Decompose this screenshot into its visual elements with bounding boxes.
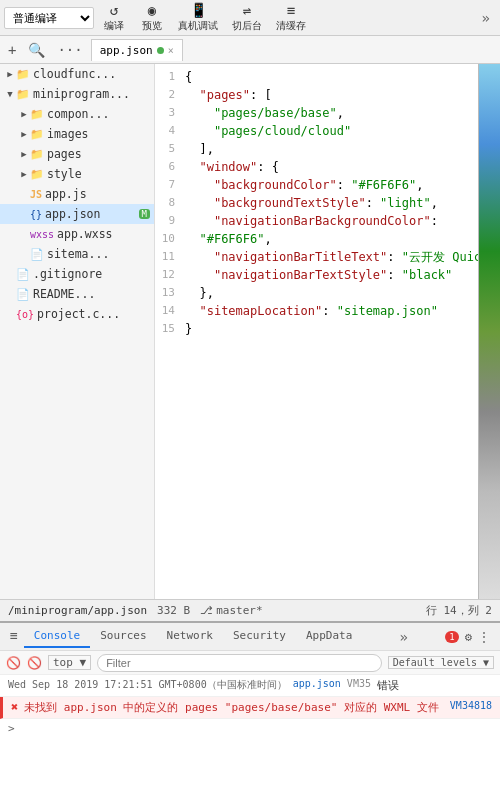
- line-number: 11: [155, 248, 183, 266]
- stop-icon[interactable]: 🚫: [6, 656, 21, 670]
- tree-item-miniprogram[interactable]: ▼📁miniprogram...: [0, 84, 154, 104]
- message-src-ref[interactable]: VM35: [347, 678, 371, 693]
- code-line: 8 "backgroundTextStyle": "light",: [155, 194, 478, 212]
- close-tab-button[interactable]: ×: [168, 45, 174, 56]
- code-line: 14 "sitemapLocation": "sitemap.json": [155, 302, 478, 320]
- line-content: "navigationBarTitleText": "云开发 QuickStar…: [183, 248, 478, 266]
- compile-icon: ↺: [110, 2, 118, 18]
- compile-mode-select[interactable]: 普通编译: [4, 7, 94, 29]
- tree-item-label: images: [47, 127, 154, 141]
- tree-item-gitignore[interactable]: 📄.gitignore: [0, 264, 154, 284]
- tree-item-style[interactable]: ▶📁style: [0, 164, 154, 184]
- editor-tabs-bar: + 🔍 ··· app.json ×: [0, 36, 500, 64]
- devtools-more-button[interactable]: »: [394, 629, 414, 645]
- console-toolbar: 🚫 🚫 top ▼ Default levels ▼: [0, 651, 500, 675]
- tree-item-cloudfunc[interactable]: ▶📁cloudfunc...: [0, 64, 154, 84]
- tree-item-appjson[interactable]: {}app.jsonM: [0, 204, 154, 224]
- compile-label: 编译: [104, 19, 124, 33]
- console-filter-input[interactable]: [97, 654, 382, 672]
- message-text: 错误: [377, 678, 492, 693]
- devtools-tab-trigger-icon[interactable]: ≡: [4, 624, 24, 649]
- code-line: 10 "#F6F6F6",: [155, 230, 478, 248]
- clear-cache-label: 清缓存: [276, 19, 306, 33]
- message-timestamp: Wed Sep 18 2019 17:21:51 GMT+0800（中国标准时间…: [8, 678, 287, 693]
- error-count-badge: 1: [445, 631, 458, 643]
- line-number: 9: [155, 212, 183, 230]
- line-content: "pages/cloud/cloud": [183, 122, 478, 140]
- clear-console-button[interactable]: 🚫: [27, 656, 42, 670]
- preview-button[interactable]: ◉ 预览: [134, 0, 170, 35]
- file-tab-name: app.json: [100, 44, 153, 57]
- file-type-icon: 📁: [30, 128, 44, 141]
- tab-console[interactable]: Console: [24, 625, 90, 648]
- tab-appdata[interactable]: AppData: [296, 625, 362, 648]
- expand-arrow: ▶: [18, 149, 30, 159]
- file-tree: ▶📁cloudfunc...▼📁miniprogram...▶📁compon..…: [0, 64, 155, 599]
- expand-arrow: ▶: [18, 129, 30, 139]
- file-type-icon: 📄: [16, 268, 30, 281]
- tree-item-readme[interactable]: 📄README...: [0, 284, 154, 304]
- devtools-tabs-bar: ≡ Console Sources Network Security AppDa…: [0, 623, 500, 651]
- file-path: /miniprogram/app.json: [8, 604, 147, 617]
- tree-item-pages[interactable]: ▶📁pages: [0, 144, 154, 164]
- code-line: 2 "pages": [: [155, 86, 478, 104]
- top-selector[interactable]: top ▼: [48, 655, 91, 670]
- file-type-icon: 📁: [16, 88, 30, 101]
- message-source[interactable]: app.json: [293, 678, 341, 693]
- main-area: ▶📁cloudfunc...▼📁miniprogram...▶📁compon..…: [0, 64, 500, 599]
- file-tab-appjson[interactable]: app.json ×: [91, 39, 183, 61]
- real-debug-label: 真机调试: [178, 19, 218, 33]
- tree-item-images[interactable]: ▶📁images: [0, 124, 154, 144]
- right-panel: [478, 64, 500, 599]
- tab-sources[interactable]: Sources: [90, 625, 156, 648]
- code-line: 9 "navigationBarBackgroundColor":: [155, 212, 478, 230]
- line-content: "backgroundTextStyle": "light",: [183, 194, 478, 212]
- tree-item-label: README...: [33, 287, 154, 301]
- tree-item-sitema[interactable]: 📄sitema...: [0, 244, 154, 264]
- tree-item-appwxss[interactable]: wxssapp.wxss: [0, 224, 154, 244]
- compile-button[interactable]: ↺ 编译: [96, 0, 132, 35]
- real-debug-icon: 📱: [190, 2, 207, 18]
- error-icon: ✖: [11, 700, 18, 715]
- file-type-icon: JS: [30, 188, 42, 201]
- line-number: 14: [155, 302, 183, 320]
- devtools-action-icons: ⚙ ⋮: [459, 630, 496, 644]
- background-button[interactable]: ⇌ 切后台: [226, 0, 268, 35]
- code-line: 13 },: [155, 284, 478, 302]
- tree-item-projectc[interactable]: {o}project.c...: [0, 304, 154, 324]
- tree-item-appjs[interactable]: JSapp.js: [0, 184, 154, 204]
- tab-security[interactable]: Security: [223, 625, 296, 648]
- more-vert-icon[interactable]: ⋮: [478, 630, 490, 644]
- tree-item-label: app.js: [45, 187, 154, 201]
- tab-network[interactable]: Network: [157, 625, 223, 648]
- code-line: 5 ],: [155, 140, 478, 158]
- devtools-panel: ≡ Console Sources Network Security AppDa…: [0, 621, 500, 811]
- toolbar-more-button[interactable]: »: [476, 8, 496, 28]
- tree-item-compon[interactable]: ▶📁compon...: [0, 104, 154, 124]
- add-file-button[interactable]: +: [4, 40, 20, 60]
- default-levels-select[interactable]: Default levels ▼: [388, 656, 494, 669]
- line-content: "pages": [: [183, 86, 478, 104]
- clear-cache-button[interactable]: ≡ 清缓存: [270, 0, 312, 35]
- line-content: "backgroundColor": "#F6F6F6",: [183, 176, 478, 194]
- code-line: 6 "window": {: [155, 158, 478, 176]
- tree-item-label: pages: [47, 147, 154, 161]
- tree-item-label: cloudfunc...: [33, 67, 154, 81]
- code-editor[interactable]: 1{2 "pages": [3 "pages/base/base",4 "pag…: [155, 64, 478, 599]
- search-files-button[interactable]: 🔍: [24, 40, 49, 60]
- tree-item-label: app.json: [45, 207, 139, 221]
- line-content: {: [183, 68, 478, 86]
- status-bar: /miniprogram/app.json 332 B ⎇ master* 行 …: [0, 599, 500, 621]
- tree-item-label: app.wxss: [57, 227, 154, 241]
- prompt-symbol: >: [8, 722, 15, 735]
- branch-icon: ⎇: [200, 604, 213, 617]
- line-content: "navigationBarBackgroundColor":: [183, 212, 478, 230]
- error-src-ref[interactable]: VM34818: [450, 700, 492, 715]
- more-options-button[interactable]: ···: [53, 40, 86, 60]
- background-label: 切后台: [232, 19, 262, 33]
- console-prompt: >: [0, 719, 500, 738]
- real-debug-button[interactable]: 📱 真机调试: [172, 0, 224, 35]
- tree-item-label: compon...: [47, 107, 154, 121]
- settings-icon[interactable]: ⚙: [465, 630, 472, 644]
- code-line: 3 "pages/base/base",: [155, 104, 478, 122]
